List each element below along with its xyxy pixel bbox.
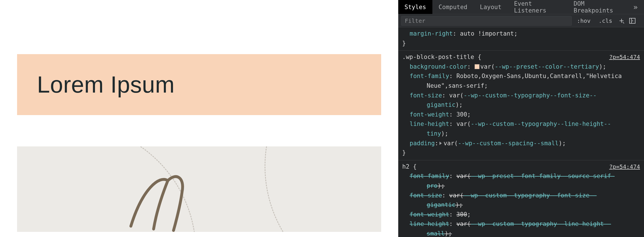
filter-input[interactable]	[401, 16, 572, 26]
css-value[interactable]: 300	[456, 111, 467, 118]
css-declaration-overridden[interactable]: line-height: var(--wp--custom--typograph…	[410, 219, 640, 237]
css-property[interactable]: font-weight	[410, 211, 449, 218]
css-selector[interactable]: .wp-block-post-title {	[402, 52, 481, 62]
source-link[interactable]: ?p=54:474	[609, 162, 640, 171]
tab-computed[interactable]: Computed	[432, 0, 474, 14]
css-declaration-overridden[interactable]: font-size: var(--wp--custom--typography-…	[410, 191, 640, 210]
css-selector[interactable]: h2 {	[402, 162, 417, 172]
toggle-sidebar-icon[interactable]	[628, 17, 637, 25]
color-swatch[interactable]	[474, 64, 480, 69]
css-declaration-overridden[interactable]: font-family: var(--wp--preset--font-fami…	[410, 171, 640, 191]
css-rule[interactable]: margin-right: auto !important; }	[398, 27, 644, 51]
tab-layout[interactable]: Layout	[474, 0, 508, 14]
css-declaration[interactable]: font-size: var(--wp--custom--typography-…	[410, 91, 640, 110]
css-rule[interactable]: h2 { ?p=54:474 font-family: var(--wp--pr…	[398, 160, 644, 237]
css-var[interactable]: pro	[427, 182, 437, 189]
css-property[interactable]: padding	[410, 140, 435, 147]
styles-list[interactable]: margin-right: auto !important; } .wp-blo…	[398, 27, 644, 237]
hov-toggle[interactable]: :hov	[574, 16, 593, 25]
toolbar-actions: :hov .cls	[574, 16, 637, 25]
css-var[interactable]: --wp--preset--color--tertiary	[495, 63, 599, 70]
css-var[interactable]: gigantic	[427, 101, 455, 108]
post-title: Lorem Ipsum	[37, 71, 361, 98]
css-var[interactable]: gigantic	[427, 201, 455, 208]
tab-styles[interactable]: Styles	[398, 0, 432, 14]
css-value[interactable]: Roboto,Oxygen-Sans,Ubuntu,Cantarell,"Hel…	[456, 73, 622, 79]
featured-image	[17, 146, 381, 232]
css-property[interactable]: font-family	[410, 73, 449, 79]
css-declaration[interactable]: line-height: var(--wp--custom--typograph…	[410, 119, 640, 138]
css-var[interactable]: small	[427, 230, 445, 237]
expand-shorthand-icon[interactable]	[439, 142, 442, 145]
tab-event-listeners[interactable]: Event Listeners	[508, 0, 567, 14]
devtools-panel: Styles Computed Layout Event Listeners D…	[398, 0, 644, 237]
brace: }	[402, 39, 640, 48]
source-link[interactable]: ?p=54:474	[609, 52, 640, 62]
css-declaration-overridden[interactable]: font-weight: 300;	[410, 210, 640, 220]
css-property[interactable]: line-height	[410, 120, 449, 127]
styles-toolbar: :hov .cls	[398, 14, 644, 27]
css-property[interactable]: line-height	[410, 220, 449, 227]
tab-dom-breakpoints[interactable]: DOM Breakpoints	[567, 0, 627, 14]
css-property[interactable]: font-size	[410, 92, 442, 99]
css-property[interactable]: margin-right	[410, 30, 453, 37]
css-declaration[interactable]: font-weight: 300;	[410, 110, 640, 120]
css-value-continuation: Neue",sans-serif;	[427, 81, 640, 91]
css-value[interactable]: 300	[456, 211, 467, 218]
glasses-illustration	[125, 164, 216, 232]
css-property[interactable]: font-size	[410, 192, 442, 199]
css-var[interactable]: tiny	[427, 130, 441, 137]
css-declaration[interactable]: padding:var(--wp--custom--spacing--small…	[410, 139, 640, 148]
tabs-overflow-icon[interactable]: »	[627, 3, 644, 11]
devtools-tabs: Styles Computed Layout Event Listeners D…	[398, 0, 644, 14]
new-style-rule-icon[interactable]	[617, 17, 626, 25]
css-property[interactable]: font-family	[410, 173, 449, 179]
cls-toggle[interactable]: .cls	[596, 16, 615, 25]
css-declaration[interactable]: background-color: var(--wp--preset--colo…	[410, 62, 640, 72]
css-rule[interactable]: .wp-block-post-title { ?p=54:474 backgro…	[398, 51, 644, 160]
decorative-arc-right	[265, 146, 381, 232]
css-value[interactable]: auto !important	[460, 30, 514, 37]
page-preview: Lorem Ipsum	[0, 0, 398, 237]
css-property[interactable]: background-color	[410, 63, 467, 70]
css-var[interactable]: --wp--custom--spacing--small	[458, 140, 559, 147]
css-declaration[interactable]: margin-right: auto !important;	[410, 29, 640, 39]
post-title-block: Lorem Ipsum	[17, 54, 381, 115]
css-declaration[interactable]: font-family: Roboto,Oxygen-Sans,Ubuntu,C…	[410, 71, 640, 91]
brace: }	[402, 148, 640, 158]
css-property[interactable]: font-weight	[410, 111, 449, 118]
svg-rect-1	[629, 18, 631, 23]
